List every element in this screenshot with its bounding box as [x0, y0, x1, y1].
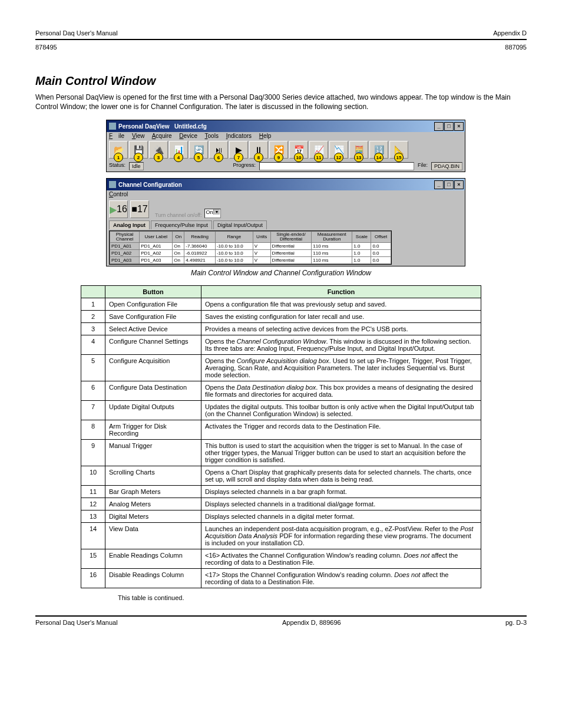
badge: 4 — [174, 153, 183, 162]
title: Channel Configuration — [118, 182, 182, 188]
toolbar-button-2[interactable]: 💾2 — [129, 141, 148, 159]
badge: 10 — [294, 153, 303, 162]
toolbar-button-8[interactable]: ⏸8 — [249, 141, 268, 159]
close-button[interactable]: × — [454, 180, 464, 189]
col-header: Range — [215, 232, 253, 243]
tab-analog-input[interactable]: Analog Input — [109, 220, 150, 229]
menu-file[interactable]: File — [109, 133, 124, 139]
desc-function: Opens the Data Destination dialog box. T… — [201, 381, 481, 401]
desc-row: 12Analog MetersDisplays selected channel… — [81, 498, 481, 510]
cell: 1.0 — [352, 243, 371, 250]
window-icon — [109, 181, 116, 188]
toolbar-button-7[interactable]: ▶7 — [229, 141, 248, 159]
desc-row: 14View DataLaunches an independent post-… — [81, 523, 481, 549]
desc-num: 3 — [81, 323, 105, 335]
desc-button-name: Select Active Device — [105, 323, 201, 335]
badge: 11 — [314, 153, 323, 162]
tab-digital-io[interactable]: Digital Input/Output — [213, 220, 267, 229]
tab-frequency-pulse-input[interactable]: Frequency/Pulse Input — [151, 220, 212, 229]
cell: 4.498921 — [184, 257, 216, 264]
badge: 14 — [374, 153, 384, 162]
menu-control[interactable]: Control — [109, 191, 128, 197]
titlebar: Channel Configuration _ □ × — [107, 179, 465, 190]
desc-button-name: Disable Readings Column — [105, 569, 201, 588]
cell: 110 ms — [312, 243, 352, 250]
desc-header — [81, 286, 105, 298]
cell: On — [173, 257, 184, 264]
status-label: Status: — [109, 162, 125, 170]
file-value: PDAQ.BIN — [431, 162, 462, 170]
menu-tools[interactable]: Tools — [205, 133, 219, 139]
desc-num: 8 — [81, 420, 105, 440]
maximize-button[interactable]: □ — [444, 180, 454, 189]
toolbar-button-3[interactable]: 🔌3 — [149, 141, 168, 159]
desc-function: Displays selected channels in a bar grap… — [201, 486, 481, 498]
page-header: Personal Daq User's Manual Appendix D — [35, 29, 527, 40]
title-app: Personal DaqView — [118, 123, 170, 130]
cell: Differential — [270, 257, 312, 264]
table-row[interactable]: PD1_A01PD1_A01On-7.366040-10.0 to 10.0VD… — [110, 243, 391, 250]
badge: 7 — [234, 153, 243, 162]
toolbar-button-13[interactable]: 🧮13 — [349, 141, 368, 159]
subheader-left: 878495 — [35, 44, 57, 51]
desc-num: 14 — [81, 523, 105, 549]
desc-button-name: Arm Trigger for Disk Recording — [105, 420, 201, 440]
desc-button-name: Manual Trigger — [105, 440, 201, 466]
header-right: Appendix D — [493, 29, 527, 37]
footer-center: Appendix D, 889696 — [282, 619, 341, 626]
toolbar: 📂1💾2🔌3📊4🔄5⏯6▶7⏸8🔀9📅10📈11📉12🧮13🔢14📐15 — [107, 140, 465, 159]
cell: 110 ms — [312, 257, 352, 264]
cell: V — [253, 257, 270, 264]
toolbar-button-10[interactable]: 📅10 — [289, 141, 308, 159]
minimize-button[interactable]: _ — [434, 180, 444, 189]
figure-caption: Main Control Window and Channel Configur… — [35, 269, 527, 277]
table-row[interactable]: PD1_A03PD1_A03On4.498921-10.0 to 10.0VDi… — [110, 257, 391, 264]
close-button[interactable]: × — [454, 122, 464, 131]
minimize-button[interactable]: _ — [434, 122, 444, 131]
badge: 12 — [334, 153, 343, 162]
toolbar-button-15[interactable]: 📐15 — [389, 141, 408, 159]
cell: 1.0 — [352, 257, 371, 264]
toolbar-button-4[interactable]: 📊4 — [169, 141, 188, 159]
toolbar-button-9[interactable]: 🔀9 — [269, 141, 288, 159]
channel-grid[interactable]: PhysicalChannelUser LabelOnReadingRangeU… — [109, 230, 392, 265]
table-row[interactable]: PD1_A02PD1_A02On-6.018922-10.0 to 10.0VD… — [110, 250, 391, 257]
maximize-button[interactable]: □ — [444, 122, 454, 131]
col-header: User Label — [140, 232, 173, 243]
desc-button-name: Scrolling Charts — [105, 466, 201, 486]
grid-padding — [392, 230, 462, 265]
turn-channel-select[interactable]: On — [204, 209, 221, 218]
cell: -6.018922 — [184, 250, 216, 257]
toolbar-button-6[interactable]: ⏯6 — [209, 141, 228, 159]
menu-view[interactable]: View — [132, 133, 145, 139]
footer-left: Personal Daq User's Manual — [35, 619, 118, 626]
desc-function: Opens the Channel Configuration Window. … — [201, 335, 481, 355]
desc-row: 16Disable Readings Column<17> Stops the … — [81, 569, 481, 588]
toolbar-button-12[interactable]: 📉12 — [329, 141, 348, 159]
toolbar-button-5[interactable]: 🔄5 — [189, 141, 208, 159]
menu-device[interactable]: Device — [179, 133, 197, 139]
desc-row: 7Update Digital OutputsUpdates the digit… — [81, 401, 481, 420]
app-icon — [109, 123, 116, 130]
channel-config-window-screenshot: Channel Configuration _ □ × Control ▶ 16… — [106, 178, 465, 266]
cell: -10.0 to 10.0 — [215, 250, 253, 257]
cell: V — [253, 250, 270, 257]
desc-header: Function — [201, 286, 481, 298]
enable-readings-button[interactable]: ▶ 16 — [109, 200, 128, 218]
toolbar-button-14[interactable]: 🔢14 — [369, 141, 388, 159]
menu-indicators[interactable]: Indicators — [226, 133, 252, 139]
menu-acquire[interactable]: Acquire — [152, 133, 172, 139]
badge: 3 — [154, 153, 163, 162]
desc-num: 1 — [81, 298, 105, 311]
desc-num: 5 — [81, 355, 105, 381]
menu-help[interactable]: Help — [259, 133, 272, 139]
badge: 1 — [114, 153, 123, 162]
toolbar-button-1[interactable]: 📂1 — [109, 141, 128, 159]
desc-button-name: View Data — [105, 523, 201, 549]
col-header: PhysicalChannel — [110, 232, 140, 243]
cell: PD1_A02 — [140, 250, 173, 257]
toolbar-button-11[interactable]: 📈11 — [309, 141, 328, 159]
desc-num: 10 — [81, 466, 105, 486]
disable-readings-button[interactable]: ■ 17 — [130, 200, 149, 218]
footer-right: pg. D-3 — [505, 619, 527, 626]
